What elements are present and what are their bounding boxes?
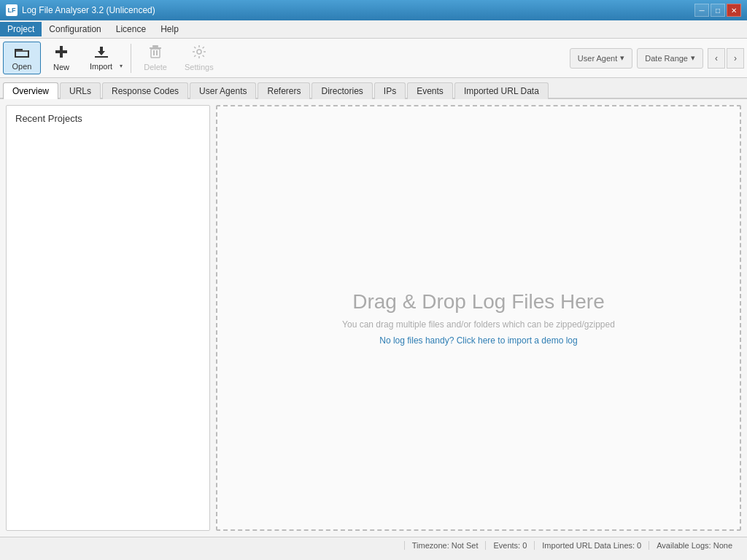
svg-rect-9 [95,56,108,58]
import-button[interactable]: Import ▾ [82,42,126,74]
app-icon: LF [6,4,18,16]
menu-item-project[interactable]: Project [0,22,42,36]
recent-projects-panel: Recent Projects [6,105,210,531]
svg-rect-11 [152,45,158,47]
open-button[interactable]: Open [3,42,41,74]
menu-bar: Project Configuration Licence Help [0,20,747,39]
svg-rect-12 [151,49,160,58]
minimize-button[interactable]: ─ [694,4,709,17]
tab-overview[interactable]: Overview [3,82,58,99]
tab-bar: Overview URLs Response Codes User Agents… [0,78,747,99]
tab-referers[interactable]: Referers [258,82,310,99]
drop-zone[interactable]: Drag & Drop Log Files Here You can drag … [216,105,741,531]
open-label: Open [12,62,32,71]
import-dropdown-arrow: ▾ [118,42,125,74]
toolbar: Open New Import ▾ [0,39,747,78]
svg-rect-3 [28,50,29,58]
date-range-button[interactable]: Date Range ▾ [637,48,703,69]
svg-point-15 [197,50,201,54]
title-bar: LF Log File Analyser 3.2 (Unlicenced) ─ … [0,0,747,20]
demo-log-link[interactable]: No log files handy? Click here to import… [379,335,577,346]
delete-button[interactable]: Delete [136,41,175,75]
recent-projects-title: Recent Projects [7,106,209,131]
main-content: Recent Projects Drag & Drop Log Files He… [0,99,747,537]
title-bar-text: Log File Analyser 3.2 (Unlicenced) [22,5,690,15]
status-events: Events: 0 [485,541,534,550]
status-imported-url: Imported URL Data Lines: 0 [534,541,649,550]
toolbar-separator-1 [131,44,131,73]
status-timezone: Timezone: Not Set [404,541,486,550]
nav-next-button[interactable]: › [727,48,744,69]
delete-icon [149,44,162,61]
svg-rect-6 [55,50,67,53]
new-label: New [53,63,69,71]
maximize-button[interactable]: □ [711,4,725,17]
open-icon [14,45,30,61]
delete-label: Delete [144,63,167,71]
date-range-dropdown-icon: ▾ [691,53,695,63]
user-agent-label: User Agent [578,54,617,63]
import-main: Import [82,42,117,74]
user-agent-dropdown-icon: ▾ [620,53,624,63]
settings-button[interactable]: Settings [177,41,222,75]
settings-label: Settings [185,63,214,71]
tab-user-agents[interactable]: User Agents [190,82,256,99]
close-button[interactable]: ✕ [727,4,741,17]
tab-urls[interactable]: URLs [60,82,101,99]
tab-response-codes[interactable]: Response Codes [102,82,188,99]
tab-imported-url-data[interactable]: Imported URL Data [454,82,549,99]
drop-zone-subtitle: You can drag multiple files and/or folde… [342,319,615,330]
import-label: Import [90,62,112,71]
user-agent-button[interactable]: User Agent ▾ [570,48,632,69]
svg-rect-13 [153,50,155,55]
menu-item-configuration[interactable]: Configuration [42,22,108,36]
new-button[interactable]: New [42,41,80,75]
drop-zone-title: Drag & Drop Log Files Here [352,290,604,314]
svg-marker-8 [98,51,105,55]
new-icon [54,44,69,61]
date-range-label: Date Range [645,54,688,63]
svg-rect-14 [156,50,158,55]
svg-rect-4 [16,50,28,52]
tab-directories[interactable]: Directories [311,82,372,99]
tab-ips[interactable]: IPs [374,82,406,99]
settings-icon [192,44,206,61]
status-bar: Timezone: Not Set Events: 0 Imported URL… [0,537,747,553]
title-bar-controls: ─ □ ✕ [694,4,741,17]
menu-item-licence[interactable]: Licence [109,22,153,36]
import-icon [93,45,109,61]
status-available-logs: Available Logs: None [649,541,740,550]
menu-item-help[interactable]: Help [153,22,186,36]
nav-prev-button[interactable]: ‹ [708,48,725,69]
tab-events[interactable]: Events [407,82,453,99]
svg-rect-2 [15,56,29,58]
